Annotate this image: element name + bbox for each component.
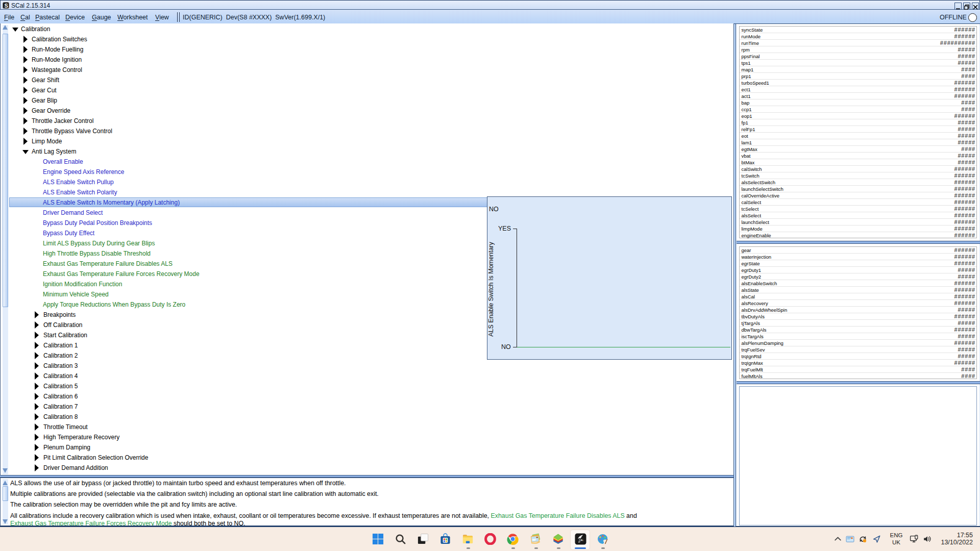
svg-text:CAL: CAL — [579, 539, 583, 541]
